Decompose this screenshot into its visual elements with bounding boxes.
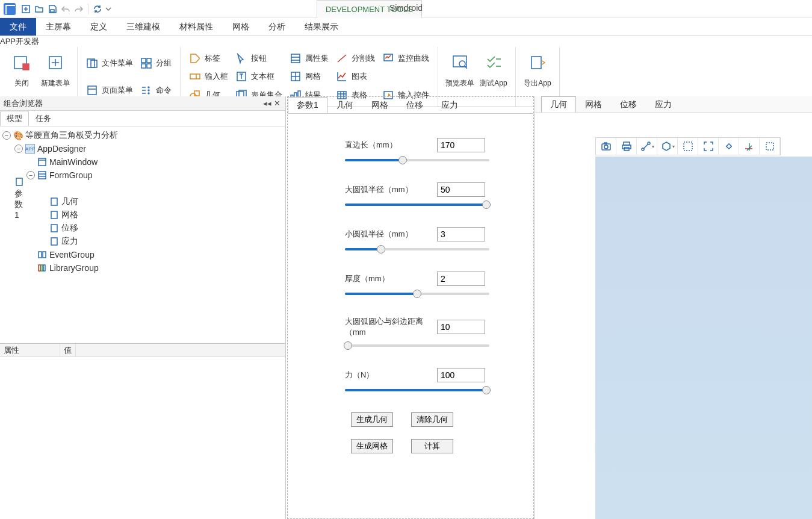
form-tab-4[interactable]: 应力 — [432, 97, 467, 113]
svg-point-45 — [459, 61, 465, 67]
vt-camera-icon[interactable] — [596, 138, 616, 155]
param-input-4[interactable] — [437, 320, 485, 334]
form-icon — [49, 237, 59, 246]
btn-clear-geom[interactable]: 清除几何 — [411, 412, 453, 427]
context-tab-devtools[interactable]: DEVELOPMENT TOOLS — [317, 0, 422, 18]
svg-rect-69 — [622, 145, 631, 149]
param-input-5[interactable] — [437, 368, 485, 382]
vp-tab-2[interactable]: 位移 — [611, 96, 646, 113]
panel-collapse-icon[interactable]: ◂◂ — [262, 99, 272, 108]
tab-mesh[interactable]: 网格 — [223, 18, 259, 36]
ribbon-label-button[interactable]: 标签 — [185, 50, 232, 67]
btn-gen-mesh[interactable]: 生成网格 — [351, 439, 393, 453]
tree-form-4[interactable]: 应力 — [2, 235, 283, 248]
svg-rect-14 — [147, 58, 151, 63]
vt-print-icon[interactable] — [616, 138, 637, 155]
ribbon-grid-button[interactable]: 网格 — [286, 68, 332, 85]
left-tab-model[interactable]: 模型 — [0, 111, 29, 126]
ribbon-propset-button[interactable]: 属性集 — [286, 50, 332, 67]
qa-save-icon[interactable] — [47, 4, 58, 14]
form-tab-2[interactable]: 网格 — [362, 97, 397, 113]
tree-form-1[interactable]: 几何 — [2, 195, 283, 208]
param-field-2: 小圆弧半径（mm） — [345, 227, 485, 253]
vt-hexagon-icon[interactable]: ▾ — [657, 138, 678, 155]
svg-rect-60 — [39, 252, 42, 258]
tab-define[interactable]: 定义 — [81, 18, 117, 36]
tree-form-0[interactable]: 参数1 — [2, 182, 283, 195]
qa-open-icon[interactable] — [34, 4, 45, 14]
vt-measure-icon[interactable]: ▾ — [637, 138, 657, 155]
left-tab-tasks[interactable]: 任务 — [29, 111, 58, 126]
param-input-0[interactable] — [437, 138, 485, 152]
tab-analysis[interactable]: 分析 — [259, 18, 295, 36]
svg-rect-67 — [604, 143, 607, 144]
qa-new-icon[interactable] — [20, 4, 31, 14]
tree-root[interactable]: −🎨等腰直角三角板受力分析 — [2, 129, 283, 142]
palette-icon: 🎨 — [13, 131, 23, 140]
qa-dropdown-icon[interactable] — [105, 4, 111, 14]
param-label: 大圆弧圆心与斜边距离（mm — [345, 316, 437, 338]
qa-redo-icon[interactable] — [73, 4, 84, 14]
tab-main[interactable]: 主屏幕 — [36, 18, 81, 36]
tree-form-2[interactable]: 网格 — [2, 208, 283, 222]
tab-results[interactable]: 结果展示 — [295, 18, 348, 36]
tree-appdesigner[interactable]: −APPAppDesigner — [2, 142, 283, 155]
ribbon-button-button[interactable]: 按钮 — [232, 50, 286, 67]
param-input-3[interactable] — [437, 272, 485, 286]
panel-close-icon[interactable]: ✕ — [272, 99, 282, 108]
btn-gen-geom[interactable]: 生成几何 — [351, 412, 393, 427]
ribbon-input-button[interactable]: 输入框 — [185, 68, 232, 85]
tab-app-developer[interactable]: APP开发器 — [0, 36, 812, 47]
btn-compute[interactable]: 计算 — [411, 439, 453, 453]
viewport-tabs: 几何 网格 位移 应力 — [535, 96, 812, 113]
form-icon — [49, 197, 59, 207]
form-designer: 参数1 几何 网格 位移 应力 直边长（mm） 大圆弧半径（mm） 小圆弧半径（… — [287, 96, 534, 519]
qa-undo-icon[interactable] — [60, 4, 71, 14]
form-tab-1[interactable]: 几何 — [327, 97, 362, 113]
tab-material[interactable]: 材料属性 — [170, 18, 223, 36]
viewport-3d[interactable] — [595, 157, 812, 519]
ribbon-filemenu-button[interactable]: 文件菜单 — [82, 55, 137, 72]
ribbon-group-button[interactable]: 分组 — [137, 55, 175, 72]
param-slider-4[interactable] — [345, 341, 489, 350]
ribbon-chart-button[interactable]: 图表 — [332, 68, 379, 85]
ribbon-textbox-button[interactable]: 文本框 — [232, 68, 286, 85]
vt-rotate-icon[interactable] — [719, 138, 739, 155]
param-slider-3[interactable] — [345, 290, 489, 298]
svg-marker-74 — [663, 142, 670, 151]
svg-rect-3 — [51, 10, 54, 12]
param-slider-1[interactable] — [345, 200, 489, 209]
vp-tab-3[interactable]: 应力 — [646, 96, 681, 113]
param-input-2[interactable] — [437, 227, 485, 241]
tab-3d[interactable]: 三维建模 — [117, 18, 170, 36]
param-field-4: 大圆弧圆心与斜边距离（mm — [345, 316, 485, 350]
param-input-1[interactable] — [437, 182, 485, 197]
param-slider-5[interactable] — [345, 386, 489, 394]
form-icon — [49, 210, 59, 220]
tree-form-3[interactable]: 位移 — [2, 222, 283, 235]
tree-formgroup[interactable]: −FormGroup — [2, 169, 283, 182]
param-label: 直边长（mm） — [345, 140, 437, 151]
svg-rect-61 — [43, 252, 46, 258]
tree-librarygroup[interactable]: LibraryGroup — [2, 261, 283, 275]
vt-axes-icon[interactable] — [739, 138, 760, 155]
svg-rect-57 — [51, 211, 57, 219]
vp-tab-0[interactable]: 几何 — [541, 96, 576, 113]
tree-eventgroup[interactable]: EventGroup — [2, 248, 283, 261]
form-tab-0[interactable]: 参数1 — [288, 97, 327, 113]
param-slider-2[interactable] — [345, 245, 489, 253]
svg-rect-13 — [141, 58, 146, 63]
vp-tab-1[interactable]: 网格 — [576, 96, 611, 113]
ribbon-splitline-button[interactable]: 分割线 — [332, 50, 379, 67]
ribbon-monitor-button[interactable]: 监控曲线 — [379, 50, 433, 67]
svg-point-18 — [148, 90, 149, 91]
vt-more-icon[interactable] — [760, 138, 780, 155]
tree-mainwindow[interactable]: MainWindow — [2, 155, 283, 169]
qa-refresh-icon[interactable] — [92, 4, 103, 14]
vt-fit-icon[interactable] — [698, 138, 719, 155]
tab-file[interactable]: 文件 — [0, 18, 36, 36]
form-tab-3[interactable]: 位移 — [397, 97, 432, 113]
param-slider-0[interactable] — [345, 156, 489, 164]
vt-zoomwindow-icon[interactable] — [678, 138, 698, 155]
svg-rect-16 — [147, 64, 151, 68]
